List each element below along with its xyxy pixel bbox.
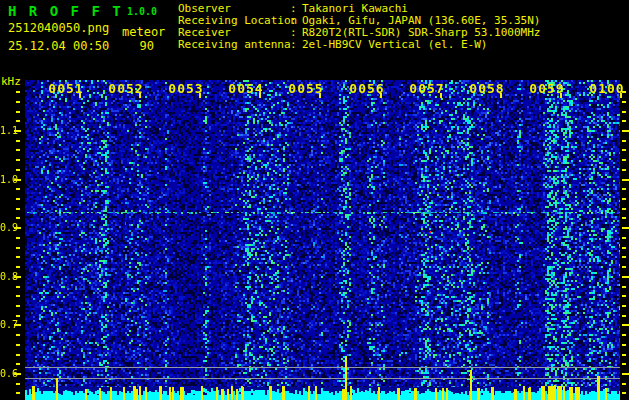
freq-tick-left xyxy=(16,286,20,288)
station-value: 2el-HB9CV Vertical (el. E-W) xyxy=(298,39,487,51)
spectrogram-canvas xyxy=(25,80,620,400)
freq-tick-right xyxy=(622,334,626,336)
freq-tick-left xyxy=(16,247,20,249)
freq-tick-right xyxy=(622,392,626,394)
freq-tick-right xyxy=(622,198,626,200)
freq-tick-right xyxy=(622,130,629,132)
time-tick xyxy=(620,93,622,98)
freq-tick-right xyxy=(622,111,626,113)
time-tick xyxy=(319,93,321,98)
freq-tick-right xyxy=(622,295,626,297)
freq-tick-right xyxy=(622,149,626,151)
freq-tick-right xyxy=(622,373,629,375)
freq-tick-right xyxy=(622,266,626,268)
freq-tick-left xyxy=(16,159,20,161)
freq-tick-left xyxy=(16,266,20,268)
y-axis-unit-label: kHz xyxy=(1,75,21,88)
time-tick xyxy=(560,93,562,98)
freq-tick-left xyxy=(16,363,20,365)
freq-tick-right xyxy=(622,227,629,229)
freq-tick-right xyxy=(622,188,626,190)
time-tick xyxy=(259,93,261,98)
app-title: H R O F F T xyxy=(8,3,123,19)
freq-tick-right xyxy=(622,217,626,219)
freq-tick-right xyxy=(622,169,626,171)
freq-tick-left xyxy=(16,334,20,336)
freq-tick-left xyxy=(16,217,20,219)
freq-tick-right xyxy=(622,344,626,346)
freq-tick-left xyxy=(16,237,20,239)
freq-tick-left xyxy=(16,295,20,297)
freq-axis-label: 0.7 xyxy=(0,320,15,330)
freq-tick-left xyxy=(16,256,20,258)
freq-tick-right xyxy=(622,256,626,258)
freq-tick-left xyxy=(16,101,20,103)
echo-count: 90 xyxy=(130,39,154,53)
time-tick xyxy=(199,93,201,98)
mode-label: meteor xyxy=(122,25,165,39)
freq-tick-right xyxy=(622,286,626,288)
freq-tick-left xyxy=(16,198,20,200)
freq-tick-left xyxy=(16,392,20,394)
time-tick xyxy=(440,93,442,98)
station-colon: : xyxy=(290,39,298,51)
time-tick xyxy=(380,93,382,98)
time-tick xyxy=(79,93,81,98)
app-version: 1.0.0 xyxy=(127,6,157,17)
output-filename: 2512040050.png xyxy=(8,21,109,35)
freq-axis-label: 0.6 xyxy=(0,369,15,379)
hrofft-screen: H R O F F T 1.0.0 2512040050.png meteor … xyxy=(0,0,629,400)
freq-tick-right xyxy=(622,179,629,181)
freq-tick-right xyxy=(622,315,626,317)
time-tick xyxy=(500,93,502,98)
freq-tick-right xyxy=(622,159,626,161)
freq-tick-left xyxy=(16,344,20,346)
freq-tick-right xyxy=(622,120,626,122)
freq-tick-left xyxy=(16,315,20,317)
freq-tick-left xyxy=(16,383,20,385)
freq-tick-left xyxy=(16,120,20,122)
freq-tick-right xyxy=(622,383,626,385)
freq-tick-right xyxy=(622,208,626,210)
freq-tick-left xyxy=(16,169,20,171)
station-info: Observer:Takanori Kawachi Receiving Loca… xyxy=(178,3,540,51)
freq-tick-left xyxy=(16,188,20,190)
time-tick xyxy=(139,93,141,98)
station-label: Receiving antenna xyxy=(178,39,290,51)
datetime-label: 25.12.04 00:50 xyxy=(8,39,109,53)
freq-tick-right xyxy=(622,101,626,103)
freq-tick-right xyxy=(622,247,626,249)
freq-tick-right xyxy=(622,276,629,278)
freq-tick-left xyxy=(16,149,20,151)
freq-tick-left xyxy=(16,91,20,93)
freq-tick-left xyxy=(16,354,20,356)
freq-tick-right xyxy=(622,324,629,326)
freq-tick-left xyxy=(16,208,20,210)
freq-tick-right xyxy=(622,363,626,365)
freq-tick-left xyxy=(16,140,20,142)
station-row-antenna: Receiving antenna:2el-HB9CV Vertical (el… xyxy=(178,39,540,51)
freq-axis-label: 1.0 xyxy=(0,175,15,185)
freq-tick-left xyxy=(16,305,20,307)
freq-axis-label: 0.9 xyxy=(0,223,15,233)
freq-tick-left xyxy=(16,111,20,113)
freq-tick-right xyxy=(622,237,626,239)
freq-tick-right xyxy=(622,140,626,142)
freq-axis-label: 1.1 xyxy=(0,126,15,136)
freq-axis-label: 0.8 xyxy=(0,272,15,282)
freq-tick-right xyxy=(622,354,626,356)
freq-tick-right xyxy=(622,305,626,307)
